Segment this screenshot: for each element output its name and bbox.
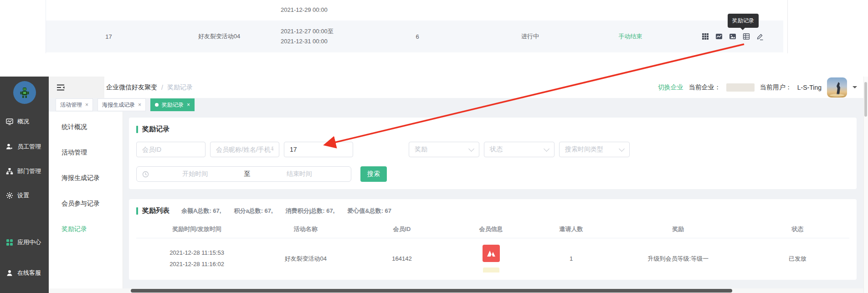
- horizontal-scrollbar-thumb[interactable]: [131, 289, 732, 293]
- reward-list-panel: 奖励列表 余额A总数: 67, 积分a总数: 67, 消费积分j总数: 67, …: [129, 199, 857, 280]
- col-reward: 奖励: [611, 225, 746, 233]
- active-tab-dot: [155, 103, 159, 107]
- manual-end-link[interactable]: 手动结束: [586, 32, 675, 41]
- secondary-sidebar: 统计概况 活动管理 海报生成记录 会员参与记录 奖励记录: [49, 112, 123, 293]
- cell-reward: 升级到会员等级:等级一: [611, 255, 746, 263]
- sidebar-item-settings[interactable]: 设置: [0, 190, 49, 200]
- chevron-down-icon: [468, 146, 474, 152]
- switch-company-link[interactable]: 切换企业: [658, 83, 683, 92]
- member-avatar[interactable]: [483, 245, 500, 262]
- statue-photo: [827, 77, 847, 98]
- search-button[interactable]: 搜索: [360, 166, 387, 182]
- title-accent-bar: [136, 126, 138, 133]
- customer-service-icon: [6, 269, 13, 277]
- sidebar-item-customer-service[interactable]: 在线客服: [0, 268, 49, 278]
- page: 2021-12-29 00:00 17 好友裂变活动04 2021-12-27 …: [0, 0, 868, 293]
- reward-list-header: 奖励列表 余额A总数: 67, 积分a总数: 67, 消费积分j总数: 67, …: [136, 206, 849, 215]
- cell-activity-name: 好友裂变活动04: [171, 32, 267, 41]
- app-center-icon: [6, 239, 13, 246]
- image-thumbnail-icon[interactable]: [729, 33, 736, 41]
- tab-reward-records[interactable]: 奖励记录 ×: [150, 98, 195, 111]
- col-member-id: 会员ID: [354, 225, 450, 233]
- cell-times: 2021-12-28 11:15:53 2021-12-28 11:16:02: [136, 247, 257, 269]
- cell-status: 进行中: [474, 32, 586, 41]
- end-time-placeholder[interactable]: 结束时间: [253, 170, 346, 178]
- submenu-item-member-participation[interactable]: 会员参与记录: [62, 200, 123, 209]
- robot-icon: [18, 86, 31, 99]
- overview-icon: [6, 118, 13, 125]
- company-avatar[interactable]: [13, 81, 36, 104]
- close-tab-icon[interactable]: ×: [85, 102, 88, 108]
- search-form-row-1: 奖励 状态 搜索时间类型: [136, 142, 849, 157]
- mountain-logo-icon: [485, 247, 497, 259]
- close-tab-icon[interactable]: ×: [138, 102, 141, 108]
- cell-activity-id: 17: [46, 33, 171, 40]
- prev-row-date: 2021-12-29 00:00: [267, 5, 360, 15]
- panel-title: 奖励列表: [136, 206, 169, 215]
- submenu-item-activity-management[interactable]: 活动管理: [62, 149, 123, 158]
- chart-thumbnail-icon[interactable]: [715, 33, 723, 41]
- sidebar-item-departments[interactable]: 部门管理: [0, 166, 49, 176]
- stat-balance-total: 余额A总数: 67,: [181, 207, 221, 215]
- sidebar-item-app-center[interactable]: 应用中心: [0, 237, 49, 247]
- divider: [787, 0, 788, 53]
- cell-invite-count: 6: [360, 33, 474, 40]
- current-user-label: 当前用户：: [760, 83, 792, 92]
- employee-icon: [6, 143, 13, 150]
- status-select[interactable]: 状态: [484, 142, 555, 157]
- breadcrumb: 企业微信好友聚变 / 奖励记录: [106, 77, 193, 98]
- stat-love-value-total: 爱心值&总数: 67: [347, 207, 391, 215]
- table-row: 2021-12-28 11:15:53 2021-12-28 11:16:02 …: [136, 238, 849, 280]
- reward-records-search-panel: 奖励记录 奖励 状态 搜索时间类型: [129, 118, 857, 189]
- primary-sidebar: 概况 员工管理 部门管理: [0, 77, 49, 293]
- search-form-row-2: 开始时间 至 结束时间 搜索: [136, 166, 849, 182]
- grid-icon[interactable]: [701, 33, 709, 41]
- cell-status: 已发放: [746, 255, 849, 263]
- table-row-partial: 2021-12-29 00:00: [46, 0, 783, 21]
- close-tab-icon[interactable]: ×: [187, 102, 190, 108]
- chevron-down-icon: [544, 146, 550, 152]
- content-area: 奖励记录 奖励 状态 搜索时间类型: [123, 112, 868, 293]
- edit-icon[interactable]: [756, 33, 764, 41]
- breadcrumb-root[interactable]: 企业微信好友聚变: [106, 83, 157, 92]
- cell-member-id: 164142: [354, 255, 450, 262]
- horizontal-scrollbar[interactable]: [49, 288, 864, 293]
- menu-collapse-icon: [56, 84, 66, 91]
- sidebar-item-employees[interactable]: 员工管理: [0, 142, 49, 152]
- range-separator: 至: [241, 170, 253, 178]
- vertical-scrollbar[interactable]: [863, 77, 868, 293]
- tab-activity-management[interactable]: 活动管理 ×: [56, 98, 93, 111]
- submenu-item-reward-records[interactable]: 奖励记录: [62, 225, 123, 234]
- reward-table: 奖励时间/发放时间 活动名称 会员ID 会员信息 邀请人数 奖励 状态 2021…: [136, 221, 849, 280]
- submenu-item-statistics[interactable]: 统计概况: [62, 123, 123, 132]
- member-id-input[interactable]: [136, 142, 205, 157]
- date-range-picker[interactable]: 开始时间 至 结束时间: [136, 166, 351, 182]
- vertical-scrollbar-thumb[interactable]: [864, 82, 867, 117]
- next-row-avatar-partial: [483, 267, 499, 272]
- activity-id-input[interactable]: [284, 142, 353, 157]
- row-action-icons: [675, 33, 783, 41]
- panel-title: 奖励记录: [136, 125, 849, 134]
- settings-icon: [6, 192, 13, 199]
- tab-poster-records[interactable]: 海报生成记录 ×: [98, 98, 146, 111]
- col-activity-name: 活动名称: [257, 225, 354, 233]
- user-avatar[interactable]: [827, 77, 847, 98]
- collapse-menu-button[interactable]: [49, 77, 104, 98]
- table-row: 17 好友裂变活动04 2021-12-27 00:00至 2021-12-31…: [46, 21, 783, 52]
- member-name-input[interactable]: [210, 142, 279, 157]
- app-header: 企业微信好友聚变 / 奖励记录 切换企业 当前企业： 当前用户： L-S-Tin…: [49, 77, 868, 98]
- sidebar-item-overview[interactable]: 概况: [0, 117, 49, 127]
- col-reward-time: 奖励时间/发放时间: [136, 225, 257, 233]
- title-accent-bar: [136, 207, 138, 215]
- table-header-row: 奖励时间/发放时间 活动名称 会员ID 会员信息 邀请人数 奖励 状态: [136, 221, 849, 238]
- stat-consume-points-total: 消费积分j总数: 67,: [286, 207, 335, 215]
- reward-record-table-icon[interactable]: [742, 33, 750, 41]
- reward-select[interactable]: 奖励: [409, 142, 479, 157]
- submenu-item-poster-records[interactable]: 海报生成记录: [62, 174, 123, 183]
- time-type-select[interactable]: 搜索时间类型: [559, 142, 630, 157]
- tooltip: 奖励记录: [728, 14, 759, 28]
- col-member-info: 会员信息: [450, 225, 532, 233]
- clock-icon: [142, 171, 149, 178]
- start-time-placeholder[interactable]: 开始时间: [149, 170, 241, 178]
- user-menu-caret-icon[interactable]: [853, 86, 857, 91]
